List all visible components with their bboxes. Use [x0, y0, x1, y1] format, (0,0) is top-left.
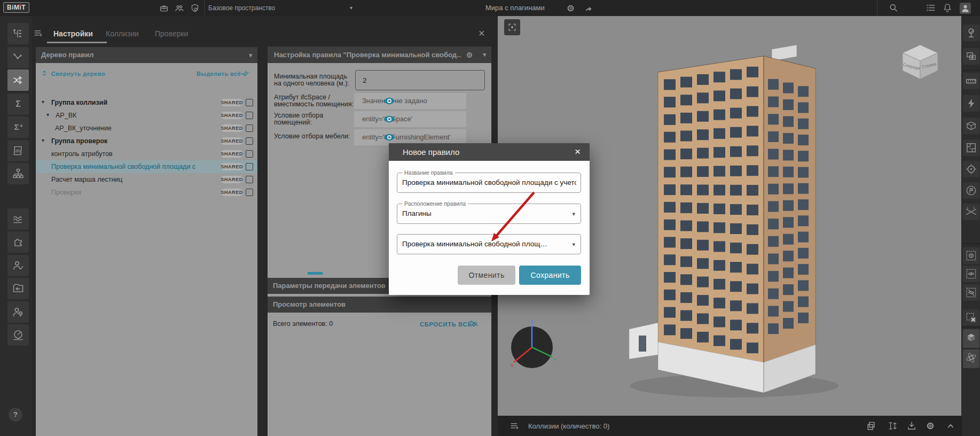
nature-icon[interactable]	[965, 27, 977, 39]
view-tool-ruler[interactable]	[963, 73, 979, 89]
tree-row-label[interactable]: Проверка минимальной свободной площади с…	[51, 163, 195, 170]
row-checkbox[interactable]	[246, 150, 253, 158]
toolbar-button-org-chart[interactable]	[7, 163, 29, 184]
toolbar-button-plugins-puzzle[interactable]	[7, 231, 29, 253]
view-tool-orbit[interactable]	[963, 349, 979, 368]
2d-view-icon[interactable]: 2D	[12, 144, 25, 157]
ruler-icon[interactable]	[965, 75, 977, 87]
rule-type-value[interactable]: Проверка минимальной свободной площ…	[402, 235, 565, 254]
tree-row[interactable]: Проверка минимальной свободной площади с…	[36, 160, 257, 173]
tree-row-label[interactable]: АР_ВК	[56, 112, 76, 119]
rule-name-value[interactable]: Проверка минимальной свободной площади с…	[402, 173, 576, 192]
sigma-icon[interactable]: Σ	[12, 98, 25, 111]
search-icon[interactable]	[888, 2, 899, 13]
notifications-icon[interactable]	[942, 2, 953, 13]
toolbar-button-user-check[interactable]	[7, 255, 29, 276]
chevron-up-icon[interactable]	[945, 421, 956, 431]
briefcase-icon[interactable]	[159, 3, 169, 13]
toolbar-button-gauge[interactable]	[7, 324, 29, 346]
row-checkbox[interactable]	[246, 163, 253, 170]
rules-tree-collapse-caret-icon[interactable]: ▾	[244, 47, 252, 63]
tree-row[interactable]: ▾АР_ВКSHARED	[36, 109, 257, 122]
viewport-capture-button[interactable]	[504, 19, 520, 35]
toolbar-button-sigma-plus[interactable]: Σ+	[7, 116, 29, 138]
tree-row[interactable]: контроль атрибутовSHARED	[36, 147, 257, 160]
gear-icon[interactable]	[925, 421, 936, 431]
shuffle-icon[interactable]	[12, 74, 25, 87]
toolbar-button-model-tree[interactable]	[7, 23, 29, 44]
select-node-icon[interactable]	[12, 51, 25, 64]
row-checkbox[interactable]	[246, 137, 253, 145]
tree-row[interactable]: Расчет марша лестницSHARED	[36, 173, 257, 186]
team-icon[interactable]	[174, 3, 185, 13]
panel-menu-icon[interactable]	[33, 28, 43, 38]
rules-tree-header[interactable]: Дерево правил ▾	[36, 47, 257, 63]
expand-caret-icon[interactable]: ▾	[46, 112, 49, 118]
user-check-icon[interactable]	[12, 259, 25, 272]
workspace-selector[interactable]: Базовое пространство	[208, 0, 275, 16]
tree-row[interactable]: ▾Группа проверокSHARED	[36, 135, 257, 147]
view-tool-dashed-eye[interactable]	[963, 266, 979, 282]
dialog-close-icon[interactable]: ×	[575, 146, 581, 158]
toolbar-button-sigma[interactable]: Σ	[7, 94, 29, 115]
model-tree-icon[interactable]	[12, 27, 25, 40]
save-button[interactable]: Сохранить	[519, 266, 581, 285]
dashed-eye-off-icon[interactable]	[965, 286, 977, 299]
expand-caret-icon[interactable]: ▾	[42, 99, 44, 105]
reset-checks-icon[interactable]	[469, 319, 479, 328]
cube-icon[interactable]	[965, 331, 977, 344]
gauge-icon[interactable]	[12, 329, 25, 341]
view-tool-dashed-eye-off[interactable]	[963, 284, 979, 301]
space-filter-value[interactable]: entity='IfcSpace'	[354, 111, 466, 127]
tree-row-label[interactable]: контроль атрибутов	[51, 150, 113, 158]
view-tool-selection-copy[interactable]	[963, 48, 979, 65]
row-checkbox[interactable]	[246, 112, 253, 119]
expand-caret-icon[interactable]: ▾	[42, 137, 44, 143]
reset-all-link[interactable]: СБРОСИТЬ ВСЁ	[420, 321, 472, 328]
select-all-link[interactable]: Выделить всё	[197, 71, 241, 77]
flag-icon[interactable]	[965, 184, 977, 197]
view-tool-cube[interactable]	[963, 329, 979, 348]
chevron-down-icon[interactable]: ▾	[572, 204, 575, 223]
eye-icon[interactable]	[383, 96, 396, 106]
rule-location-value[interactable]: Плагины	[402, 204, 565, 223]
workspace-caret-icon[interactable]: ▾	[350, 0, 352, 16]
waves-chart-icon[interactable]	[12, 213, 25, 225]
rule-settings-header[interactable]: Настройка правила "Проверка минимальной …	[268, 46, 491, 63]
navigation-cube[interactable]: Спереди Справа	[898, 43, 942, 81]
view-tool-flash[interactable]	[963, 95, 979, 112]
toolbar-button-2d-view[interactable]: 2D	[7, 140, 29, 161]
row-checkbox[interactable]	[246, 176, 253, 183]
org-chart-icon[interactable]	[12, 167, 25, 180]
tree-row-label[interactable]: Проверки	[51, 189, 81, 196]
view-tool-dashed-cube[interactable]	[963, 247, 979, 264]
rule-type-select[interactable]: Проверка минимальной свободной площ… ▾	[397, 234, 581, 254]
plugins-puzzle-icon[interactable]	[12, 236, 25, 248]
orbit-icon[interactable]	[965, 352, 977, 364]
copy-icon[interactable]	[866, 421, 876, 431]
row-checkbox[interactable]	[246, 99, 253, 106]
menu-list-icon[interactable]	[926, 2, 936, 13]
rule-location-select[interactable]: Расположение правила Плагины ▾	[397, 204, 581, 224]
view-tool-flag[interactable]	[963, 182, 979, 199]
folder-import-icon[interactable]	[12, 282, 25, 295]
section-cube-icon[interactable]	[965, 120, 977, 132]
shield-gear-icon[interactable]	[190, 3, 200, 13]
text-height-icon[interactable]	[887, 421, 898, 431]
view-tool-dashed-clear[interactable]	[963, 309, 979, 326]
toolbar-button-select-node[interactable]	[7, 47, 29, 68]
tree-row-label[interactable]: Группа проверок	[51, 137, 107, 145]
target-icon[interactable]	[965, 163, 977, 175]
toolbar-button-folder-import[interactable]	[7, 278, 29, 299]
view-elements-header[interactable]: Просмотр элементов	[268, 297, 491, 313]
gear-icon[interactable]	[566, 3, 576, 13]
user-location-icon[interactable]	[12, 306, 25, 318]
axes-icon[interactable]: 12	[965, 206, 977, 218]
tree-row[interactable]: ПроверкиSHARED	[36, 186, 257, 199]
tree-row-label[interactable]: АР_ВК_уточнение	[55, 124, 112, 132]
sigma-plus-icon[interactable]: Σ+	[12, 121, 25, 134]
row-checkbox[interactable]	[246, 124, 253, 132]
floor-plan-icon[interactable]	[965, 142, 977, 154]
axes-gizmo[interactable]: Z X Y	[507, 320, 556, 371]
account-icon[interactable]	[959, 2, 971, 14]
